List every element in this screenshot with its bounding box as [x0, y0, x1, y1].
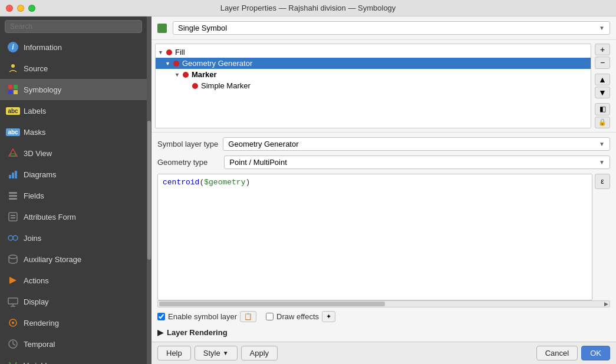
- apply-button[interactable]: Apply: [241, 346, 278, 360]
- sidebar-item-labels[interactable]: abc Labels: [0, 100, 147, 121]
- style-button[interactable]: Style ▼: [195, 346, 238, 360]
- sidebar-item-label: Diagrams: [24, 170, 57, 179]
- diagrams-icon: [7, 168, 19, 180]
- geometry-type-value: Point / MultiPoint: [229, 158, 287, 167]
- help-button[interactable]: Help: [157, 346, 191, 360]
- code-paren-close: ): [245, 178, 250, 187]
- up-icon: ▲: [598, 75, 607, 84]
- layer-rendering-header[interactable]: ▶ Layer Rendering: [157, 328, 610, 337]
- sidebar-item-label: Rendering: [24, 319, 59, 327]
- sidebar-scrollbar[interactable]: [147, 16, 151, 364]
- svg-rect-12: [9, 198, 17, 200]
- tree-arrow-icon: ▼: [158, 49, 165, 55]
- minimize-button[interactable]: [17, 5, 24, 12]
- sidebar-item-label: 3D View: [24, 149, 52, 158]
- symbol-type-dropdown[interactable]: Single Symbol ▼: [173, 21, 610, 35]
- draw-effects-group: Draw effects ✦: [266, 311, 335, 322]
- plus-icon: +: [600, 45, 605, 54]
- sidebar-item-auxiliary-storage[interactable]: Auxiliary Storage: [0, 249, 147, 270]
- svg-rect-2: [14, 85, 18, 89]
- labels-icon: abc: [7, 105, 19, 117]
- lock-button[interactable]: 🔒: [595, 117, 610, 128]
- search-bar: [0, 16, 147, 37]
- tree-item-simple-marker[interactable]: ▶ Simple Marker: [156, 80, 591, 91]
- draw-effects-checkbox[interactable]: [266, 313, 274, 320]
- sidebar-item-symbology[interactable]: Symbology: [0, 79, 147, 100]
- enable-symbol-layer-checkbox[interactable]: [157, 313, 165, 320]
- remove-layer-button[interactable]: −: [595, 57, 610, 68]
- sidebar-item-source[interactable]: Source: [0, 58, 147, 79]
- fields-icon: [7, 190, 19, 201]
- dropdown-arrow-icon: ▼: [599, 141, 605, 147]
- move-down-button[interactable]: ▼: [595, 87, 610, 98]
- sidebar-item-fields[interactable]: Fields: [0, 185, 147, 206]
- svg-point-16: [8, 236, 13, 240]
- ok-button[interactable]: OK: [581, 346, 610, 360]
- sidebar-item-label: Information: [24, 43, 62, 52]
- tree-item-marker[interactable]: ▼ Marker: [156, 69, 591, 80]
- info-icon: i: [7, 41, 19, 53]
- joins-icon: [7, 232, 19, 244]
- symbol-layer-type-select[interactable]: Geometry Generator ▼: [223, 137, 610, 151]
- svg-rect-8: [12, 173, 14, 178]
- style-label: Style: [203, 349, 220, 358]
- svg-rect-4: [14, 90, 18, 94]
- tree-item-geometry-generator[interactable]: ▼ Geometry Generator: [156, 58, 591, 69]
- lock-icon: 🔒: [598, 118, 607, 126]
- add-layer-button[interactable]: +: [595, 44, 610, 55]
- sidebar-item-label: Masks: [24, 128, 46, 137]
- sidebar-item-variables[interactable]: Variables: [0, 355, 147, 364]
- sidebar-item-joins[interactable]: Joins: [0, 227, 147, 249]
- temporal-icon: [7, 338, 19, 350]
- paste-layer-button[interactable]: 📋: [240, 311, 256, 322]
- sidebar-item-label: Attributes Form: [24, 213, 76, 221]
- sidebar-item-temporal[interactable]: Temporal: [0, 333, 147, 355]
- minus-icon: −: [600, 58, 605, 67]
- down-icon: ▼: [598, 88, 607, 97]
- sidebar-item-rendering[interactable]: Rendering: [0, 312, 147, 333]
- dropdown-arrow-icon: ▼: [599, 25, 605, 31]
- tree-arrow-icon: ▼: [174, 72, 182, 78]
- cancel-button[interactable]: Cancel: [536, 346, 578, 360]
- sidebar-item-information[interactable]: i Information: [0, 37, 147, 58]
- symbol-type-icon: [157, 24, 167, 33]
- variables-icon: [7, 359, 19, 364]
- layer-rendering-section: ▶ Layer Rendering: [151, 326, 616, 342]
- svg-point-24: [12, 322, 14, 324]
- code-editor-wrapper: centroid($geometry) ε: [157, 174, 610, 300]
- sidebar-item-label: Symbology: [24, 85, 61, 94]
- svg-marker-19: [9, 277, 17, 284]
- expression-button[interactable]: ε: [595, 174, 610, 189]
- dot-icon: [166, 49, 172, 55]
- masks-icon: abc: [7, 126, 19, 138]
- title-bar: Layer Properties — Rajshahi division — S…: [0, 0, 616, 16]
- sidebar-item-label: Actions: [24, 276, 49, 285]
- move-up-button[interactable]: ▲: [595, 74, 610, 85]
- svg-rect-7: [9, 175, 11, 178]
- sidebar-item-actions[interactable]: Actions: [0, 270, 147, 291]
- svg-point-0: [11, 64, 15, 68]
- tree-item-label: Fill: [175, 48, 185, 57]
- search-input[interactable]: [5, 20, 142, 33]
- code-editor[interactable]: centroid($geometry): [157, 174, 592, 300]
- sidebar-item-3dview[interactable]: 3D View: [0, 143, 147, 164]
- sidebar-item-masks[interactable]: abc Masks: [0, 121, 147, 143]
- svg-rect-20: [8, 298, 18, 304]
- maximize-button[interactable]: [28, 5, 35, 12]
- close-button[interactable]: [6, 5, 13, 12]
- color-button[interactable]: ◧: [595, 103, 610, 115]
- sidebar-item-label: Auxiliary Storage: [24, 255, 81, 264]
- tree-item-fill[interactable]: ▼ Fill: [156, 47, 591, 58]
- sidebar-item-attributes-form[interactable]: Attributes Form: [0, 206, 147, 227]
- geometry-type-select[interactable]: Point / MultiPoint ▼: [224, 155, 610, 169]
- layers-toolbar: + − ▲ ▼ ◧ 🔒: [595, 44, 612, 128]
- sidebar-item-display[interactable]: Display: [0, 291, 147, 312]
- svg-rect-10: [9, 192, 17, 194]
- horizontal-scrollbar[interactable]: ▶: [157, 300, 610, 307]
- svg-rect-1: [8, 85, 12, 89]
- sidebar-item-label: Variables: [24, 361, 55, 365]
- svg-rect-14: [11, 215, 15, 216]
- effects-button[interactable]: ✦: [322, 311, 335, 322]
- sidebar-item-diagrams[interactable]: Diagrams: [0, 164, 147, 185]
- auxstorage-icon: [7, 253, 19, 265]
